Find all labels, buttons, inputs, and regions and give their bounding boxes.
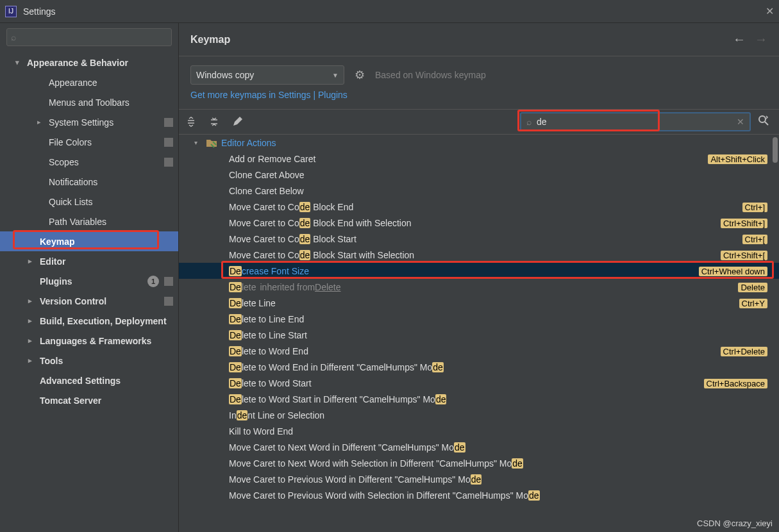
editor-actions-group[interactable]: ▾ Editor Actions — [179, 135, 779, 151]
search-icon: ⌕ — [11, 32, 16, 42]
sidebar-item-label: Advanced Settings — [40, 376, 121, 386]
sidebar-item-label: Notifications — [49, 177, 97, 187]
svg-point-0 — [759, 116, 766, 122]
shortcut-badge: Ctrl+] — [742, 202, 767, 212]
action-label: Decrease Font Size — [229, 266, 309, 276]
action-row[interactable]: Move Caret to Code Block EndCtrl+] — [179, 199, 779, 215]
window-title: Settings — [23, 6, 56, 17]
sidebar-item-label: Menus and Toolbars — [49, 97, 130, 108]
sidebar-item[interactable]: ▸Editor — [0, 251, 178, 271]
sidebar-item[interactable]: Quick Lists — [0, 192, 178, 212]
sidebar-item[interactable]: ▸Build, Execution, Deployment — [0, 311, 178, 331]
sidebar-item[interactable]: ▸Version Control — [0, 291, 178, 311]
action-row[interactable]: Delete to Word EndCtrl+Delete — [179, 343, 779, 359]
action-row[interactable]: Move Caret to Previous Word with Selecti… — [179, 487, 779, 503]
action-row[interactable]: Move Caret to Code Block StartCtrl+[ — [179, 231, 779, 247]
sidebar-item-label: File Colors — [49, 137, 92, 147]
clear-search-icon[interactable]: ✕ — [737, 117, 744, 127]
action-row[interactable]: Delete LineCtrl+Y — [179, 295, 779, 311]
action-row[interactable]: Move Caret to Code Block End with Select… — [179, 215, 779, 231]
chevron-icon: ▸ — [28, 337, 37, 345]
action-row[interactable]: Delete inherited from DeleteDelete — [179, 279, 779, 295]
chevron-icon: ▸ — [37, 118, 46, 126]
inherited-link[interactable]: Delete — [315, 282, 340, 292]
action-row[interactable]: Delete to Line Start — [179, 327, 779, 343]
sidebar-item[interactable]: ▸System Settings — [0, 112, 178, 132]
action-row[interactable]: Decrease Font SizeCtrl+Wheel down — [179, 263, 779, 279]
sidebar-item[interactable]: ▸Tools — [0, 351, 178, 370]
scrollbar-thumb[interactable] — [773, 137, 778, 163]
sidebar-item[interactable]: Menus and Toolbars — [0, 92, 178, 112]
settings-sidebar: ⌕ ▾Appearance & BehaviorAppearanceMenus … — [0, 23, 179, 532]
sidebar-item[interactable]: Plugins1 — [0, 271, 178, 291]
sidebar-item[interactable]: File Colors — [0, 132, 178, 152]
action-row[interactable]: Move Caret to Previous Word in Different… — [179, 471, 779, 487]
sidebar-search-input[interactable]: ⌕ — [6, 28, 172, 46]
action-label: Clone Caret Above — [229, 170, 305, 180]
sidebar-item-label: Path Variables — [49, 217, 106, 227]
sidebar-item-label: Build, Execution, Deployment — [40, 316, 167, 326]
collapse-all-icon[interactable] — [208, 116, 220, 128]
based-on-label: Based on Windows keymap — [375, 70, 486, 80]
action-label: Move Caret to Code Block Start — [229, 234, 356, 244]
sidebar-item[interactable]: Advanced Settings — [0, 370, 178, 390]
get-more-keymaps-link[interactable]: Get more keymaps in Settings | Plugins — [190, 90, 348, 100]
sidebar-item[interactable]: Keymap — [0, 231, 178, 251]
action-row[interactable]: Clone Caret Above — [179, 167, 779, 183]
action-row[interactable]: Delete to Word StartCtrl+Backspace — [179, 375, 779, 391]
sidebar-item[interactable]: Path Variables — [0, 212, 178, 231]
action-row[interactable]: Move Caret to Code Block Start with Sele… — [179, 247, 779, 263]
action-label: Delete to Line End — [229, 314, 304, 324]
sidebar-item-label: Tools — [40, 356, 63, 366]
action-row[interactable]: Delete to Word End in Different "CamelHu… — [179, 359, 779, 375]
shortcut-badge: Ctrl+Backspace — [704, 378, 767, 388]
sidebar-item[interactable]: Appearance — [0, 72, 178, 92]
action-label: Move Caret to Previous Word with Selecti… — [229, 490, 540, 501]
keymap-selector[interactable]: Windows copy ▼ — [190, 65, 344, 85]
action-row[interactable]: Delete to Line End — [179, 311, 779, 327]
app-icon: IJ — [5, 6, 17, 17]
action-search-input[interactable]: ⌕ ✕ — [520, 112, 751, 131]
sidebar-item-label: Quick Lists — [49, 197, 92, 207]
group-label: Editor Actions — [221, 138, 276, 148]
action-row[interactable]: Delete to Word Start in Different "Camel… — [179, 391, 779, 407]
forward-icon: → — [755, 32, 767, 47]
chevron-icon: ▸ — [28, 356, 37, 365]
action-label: Move Caret to Code Block Start with Sele… — [229, 250, 414, 260]
project-tag-icon — [164, 138, 173, 147]
action-row[interactable]: Indent Line or Selection — [179, 407, 779, 423]
gear-icon[interactable]: ⚙ — [355, 68, 365, 82]
action-label: Clone Caret Below — [229, 186, 304, 196]
sidebar-item[interactable]: ▾Appearance & Behavior — [0, 53, 178, 72]
action-row[interactable]: Kill to Word End — [179, 423, 779, 439]
sidebar-item[interactable]: Notifications — [0, 172, 178, 192]
shortcut-badge: Ctrl+Shift+[ — [721, 250, 767, 260]
close-icon[interactable]: ✕ — [766, 5, 774, 17]
sidebar-item-label: Plugins — [40, 276, 72, 287]
edit-shortcut-icon[interactable] — [231, 116, 243, 128]
action-label: Indent Line or Selection — [229, 410, 324, 420]
action-label: Kill to Word End — [229, 426, 293, 436]
sidebar-item-label: Appearance — [49, 78, 97, 88]
back-icon[interactable]: ← — [733, 32, 746, 47]
sidebar-item[interactable]: Tomcat Server — [0, 390, 178, 410]
find-by-shortcut-icon[interactable] — [757, 114, 770, 130]
shortcut-badge: Alt+Shift+Click — [708, 154, 767, 164]
shortcut-badge: Ctrl+Y — [739, 298, 767, 308]
action-row[interactable]: Move Caret to Next Word in Different "Ca… — [179, 439, 779, 455]
action-label: Delete to Word Start in Different "Camel… — [229, 394, 446, 404]
action-row[interactable]: Clone Caret Below — [179, 183, 779, 199]
chevron-down-icon: ▾ — [194, 139, 202, 146]
sidebar-item[interactable]: Scopes — [0, 152, 178, 172]
action-label: Move Caret to Previous Word in Different… — [229, 474, 482, 485]
sidebar-item[interactable]: ▸Languages & Frameworks — [0, 331, 178, 351]
action-row[interactable]: Add or Remove CaretAlt+Shift+Click — [179, 151, 779, 167]
action-search-field[interactable] — [535, 116, 733, 128]
search-icon: ⌕ — [526, 117, 532, 127]
action-row[interactable]: Move Caret to Next Word with Selection i… — [179, 455, 779, 471]
expand-all-icon[interactable] — [185, 116, 197, 128]
sidebar-item-label: Version Control — [40, 296, 106, 306]
sidebar-item-label: System Settings — [49, 117, 113, 128]
shortcut-badge: Ctrl+Wheel down — [699, 266, 767, 276]
inherited-label: inherited from — [260, 282, 315, 292]
